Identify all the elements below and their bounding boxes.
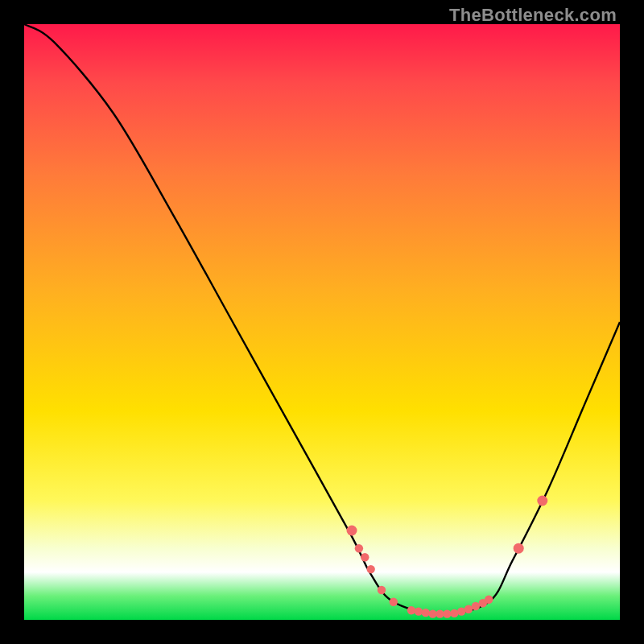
chart-stage: TheBottleneck.com — [0, 0, 644, 644]
marker-dot — [479, 599, 487, 607]
curve-layer — [24, 24, 620, 620]
marker-dot — [450, 609, 458, 617]
marker-dot — [514, 543, 524, 554]
marker-dot — [537, 496, 547, 506]
marker-dot — [485, 596, 493, 604]
marker-dot — [472, 602, 480, 610]
bottleneck-curve — [24, 24, 620, 614]
marker-dot — [367, 565, 375, 573]
curve-markers — [347, 496, 548, 618]
marker-dot — [415, 607, 423, 615]
marker-dot — [457, 607, 465, 615]
marker-dot — [407, 606, 415, 614]
marker-dot — [436, 609, 444, 617]
marker-dot — [422, 609, 430, 617]
marker-dot — [361, 553, 369, 561]
marker-dot — [355, 544, 363, 552]
marker-dot — [464, 605, 473, 613]
plot-gradient-area — [24, 24, 620, 620]
watermark-text: TheBottleneck.com — [449, 5, 617, 26]
marker-dot — [390, 598, 398, 606]
marker-dot — [443, 609, 451, 617]
marker-dot — [347, 526, 357, 536]
marker-dot — [428, 609, 436, 617]
marker-dot — [378, 586, 386, 594]
